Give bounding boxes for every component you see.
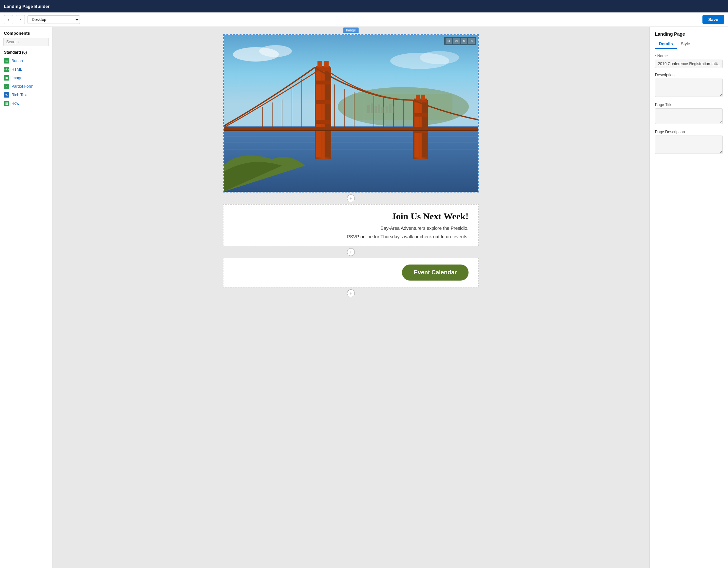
main-layout: Components Standard (6) B Button </> HTM… <box>0 27 728 568</box>
page-description-label: Page Description <box>655 130 723 134</box>
canvas-subtext: Bay-Area Adventurers explore the Presidi… <box>233 226 469 231</box>
sidebar-title: Components <box>0 27 52 38</box>
row-icon: ▤ <box>4 101 9 106</box>
pardot-form-icon: ≡ <box>4 84 9 89</box>
tab-details[interactable]: Details <box>655 39 677 49</box>
add-row-after-text[interactable]: + <box>223 246 479 258</box>
rich-text-icon: ✎ <box>4 92 9 98</box>
page-description-field-group: Page Description <box>655 130 723 155</box>
svg-point-4 <box>420 51 459 64</box>
button-icon: B <box>4 58 9 64</box>
svg-rect-42 <box>224 130 478 131</box>
component-label-pardot-form: Pardot Form <box>11 84 33 89</box>
svg-rect-48 <box>386 106 388 113</box>
right-panel-title: Landing Page <box>650 27 728 37</box>
right-sidebar: Landing Page Details Style * Name Descri… <box>649 27 728 568</box>
name-input[interactable] <box>655 60 723 68</box>
component-pardot-form[interactable]: ≡ Pardot Form <box>0 82 52 91</box>
description-label: Description <box>655 73 723 77</box>
svg-rect-44 <box>371 104 373 113</box>
component-row[interactable]: ▤ Row <box>0 99 52 108</box>
svg-rect-46 <box>378 104 380 113</box>
component-label-image: Image <box>11 76 22 80</box>
canvas-rsvp-text: RSVP online for Thursday's walk or check… <box>233 234 469 239</box>
app-title: Landing Page Builder <box>4 4 50 9</box>
component-label-html: HTML <box>11 67 22 72</box>
back-button[interactable]: ‹ <box>4 15 13 24</box>
text-section: Join Us Next Week! Bay-Area Adventurers … <box>223 204 479 246</box>
page-description-textarea[interactable] <box>655 136 723 154</box>
image-copy-btn[interactable]: ⧉ <box>453 38 460 44</box>
canvas-wrapper: Image <box>223 27 479 568</box>
image-component[interactable]: Image <box>223 34 479 193</box>
components-section-title: Standard (6) <box>0 49 52 57</box>
image-component-toolbar: ⚙ ⧉ ✥ ✕ <box>444 37 476 45</box>
canvas-heading: Join Us Next Week! <box>233 211 469 222</box>
svg-point-2 <box>259 45 292 57</box>
golden-gate-image <box>224 35 478 192</box>
component-label-row: Row <box>11 101 19 106</box>
description-textarea[interactable] <box>655 79 723 97</box>
image-settings-btn[interactable]: ⚙ <box>446 38 452 44</box>
svg-rect-15 <box>315 100 331 104</box>
right-tabs: Details Style <box>650 37 728 49</box>
svg-rect-14 <box>315 81 331 85</box>
component-html[interactable]: </> HTML <box>0 65 52 74</box>
right-content: * Name Description Page Title Page Descr… <box>650 49 728 568</box>
page-title-field-group: Page Title <box>655 103 723 125</box>
topbar: Landing Page Builder <box>0 0 728 12</box>
add-row-after-image[interactable]: + <box>223 193 479 204</box>
image-move-btn[interactable]: ✥ <box>461 38 467 44</box>
button-section: Event Calendar <box>223 258 479 287</box>
search-input[interactable] <box>3 38 49 46</box>
component-rich-text[interactable]: ✎ Rich Text <box>0 91 52 99</box>
svg-rect-45 <box>374 106 377 113</box>
forward-button[interactable]: › <box>16 15 25 24</box>
canvas-area: Image <box>52 27 649 568</box>
event-calendar-button[interactable]: Event Calendar <box>402 265 469 281</box>
svg-rect-18 <box>317 61 322 67</box>
component-label-rich-text: Rich Text <box>11 93 28 97</box>
viewport-selector[interactable]: Desktop <box>28 15 80 24</box>
svg-rect-43 <box>367 105 370 113</box>
svg-rect-47 <box>381 107 384 113</box>
required-star: * <box>655 54 656 58</box>
svg-rect-49 <box>389 104 392 113</box>
component-button[interactable]: B Button <box>0 57 52 65</box>
page-title-label: Page Title <box>655 103 723 107</box>
tab-style[interactable]: Style <box>677 39 694 49</box>
page-title-textarea[interactable] <box>655 108 723 124</box>
plus-circle-icon-2[interactable]: + <box>347 248 355 256</box>
name-label: * Name <box>655 54 723 58</box>
component-image[interactable]: ▣ Image <box>0 74 52 82</box>
html-icon: </> <box>4 67 9 72</box>
svg-rect-41 <box>224 127 478 130</box>
add-row-bottom[interactable]: + <box>223 287 479 299</box>
left-sidebar: Components Standard (6) B Button </> HTM… <box>0 27 52 568</box>
svg-rect-19 <box>324 61 329 67</box>
plus-circle-icon-3[interactable]: + <box>347 289 355 297</box>
svg-rect-26 <box>416 95 420 100</box>
svg-rect-16 <box>315 120 331 124</box>
plus-circle-icon[interactable]: + <box>347 195 355 202</box>
svg-rect-50 <box>393 106 394 113</box>
toolbar: ‹ › Desktop Save <box>0 12 728 27</box>
name-field-group: * Name <box>655 54 723 68</box>
image-icon: ▣ <box>4 75 9 81</box>
svg-rect-27 <box>421 95 425 100</box>
description-field-group: Description <box>655 73 723 98</box>
image-component-label: Image <box>343 28 359 33</box>
bridge-svg <box>224 35 478 192</box>
svg-rect-23 <box>413 113 428 117</box>
save-button[interactable]: Save <box>702 15 724 24</box>
image-delete-btn[interactable]: ✕ <box>468 38 475 44</box>
component-label-button: Button <box>11 59 23 63</box>
